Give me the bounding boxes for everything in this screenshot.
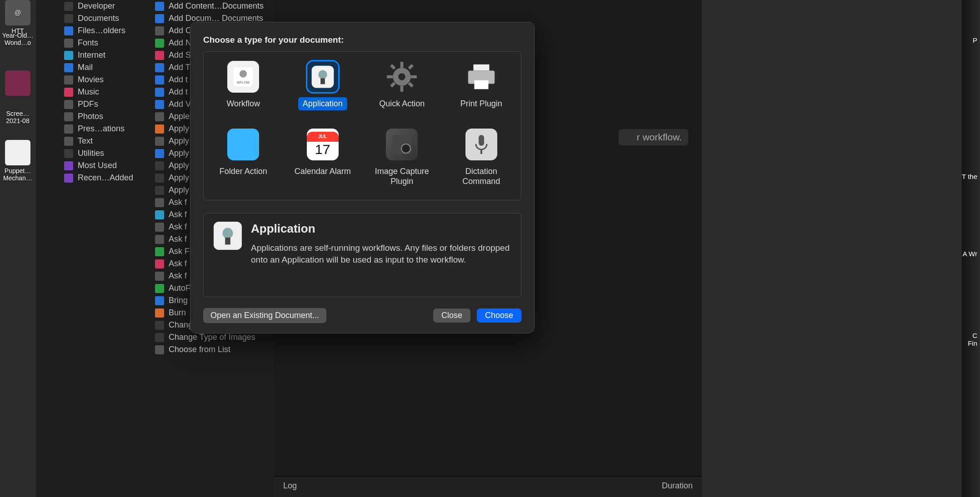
action-icon — [155, 88, 164, 97]
action-icon — [155, 137, 164, 146]
choose-button[interactable]: Choose — [477, 308, 521, 323]
type-folder-action[interactable]: Folder Action — [204, 125, 283, 192]
action-icon — [155, 198, 164, 207]
category-icon — [64, 26, 73, 35]
action-label: Add V — [169, 99, 191, 109]
category-row[interactable]: Movies — [60, 74, 151, 86]
svg-rect-13 — [408, 82, 414, 87]
category-row[interactable]: Developer — [60, 0, 151, 12]
svg-point-7 — [399, 73, 405, 80]
action-icon — [155, 39, 164, 48]
action-label: Ask f — [169, 198, 187, 207]
type-print-plugin[interactable]: Print Plugin — [442, 57, 521, 114]
desktop-file[interactable]: Scree… 2021-08 — [0, 110, 35, 124]
desktop-file[interactable]: @HTT — [0, 0, 35, 35]
category-row[interactable]: Internet — [60, 49, 151, 61]
svg-rect-11 — [411, 75, 417, 79]
svg-point-20 — [401, 144, 410, 153]
category-label: PDFs — [78, 99, 98, 109]
type-image-capture-plugin[interactable]: Image Capture Plugin — [362, 125, 442, 192]
desktop-file-label: Scree… 2021-08 — [0, 110, 35, 124]
library-category-list[interactable]: DeveloperDocumentsFiles…oldersFontsInter… — [60, 0, 151, 497]
desktop-file[interactable]: Year-Old…Wond…o — [0, 32, 35, 46]
category-icon — [64, 14, 73, 23]
action-icon — [155, 247, 164, 256]
action-label: Add C — [169, 26, 191, 35]
action-row[interactable]: Choose from List — [151, 343, 274, 356]
action-icon — [155, 223, 164, 232]
category-label: Photos — [78, 112, 103, 121]
action-label: Apply — [169, 149, 189, 158]
folder-icon — [227, 129, 259, 160]
action-label: Apply — [169, 161, 189, 170]
svg-rect-16 — [473, 65, 489, 71]
category-row[interactable]: PDFs — [60, 98, 151, 110]
category-icon — [64, 124, 73, 134]
action-row[interactable]: Add Content…Documents — [151, 0, 274, 12]
close-button[interactable]: Close — [433, 308, 470, 323]
action-icon — [155, 149, 164, 158]
svg-rect-14 — [408, 64, 414, 70]
category-row[interactable]: Files…olders — [60, 25, 151, 37]
action-icon — [155, 112, 164, 121]
desktop-file[interactable] — [0, 70, 35, 98]
desktop-file-label: T the — [962, 173, 980, 180]
category-row[interactable]: Pres…ations — [60, 123, 151, 135]
action-icon — [155, 235, 164, 244]
desktop-file-label: Year-Old…Wond…o — [0, 32, 35, 46]
type-label: Folder Action — [215, 165, 272, 178]
open-existing-button[interactable]: Open an Existing Document... — [203, 308, 326, 323]
action-label: Ask f — [169, 259, 187, 268]
type-label: Application — [298, 97, 347, 110]
action-icon — [155, 75, 164, 84]
action-icon — [155, 210, 164, 219]
svg-point-2 — [240, 70, 247, 77]
action-label: Apply — [169, 136, 189, 146]
category-icon — [64, 137, 73, 146]
document-type-grid: WFLOW Workflow Application Quick Action … — [203, 51, 521, 200]
svg-rect-18 — [474, 80, 488, 89]
action-icon — [155, 124, 164, 134]
action-label: Ask f — [169, 271, 187, 281]
category-row[interactable]: Utilities — [60, 147, 151, 159]
category-row[interactable]: Music — [60, 86, 151, 98]
dialog-title: Choose a type for your document: — [203, 35, 521, 45]
category-icon — [64, 100, 73, 109]
desktop-file-label: P — [973, 36, 980, 44]
category-row[interactable]: Fonts — [60, 37, 151, 49]
type-application[interactable]: Application — [283, 57, 363, 114]
action-label: Add N — [169, 38, 191, 48]
action-label: Add Content…Documents — [169, 1, 264, 11]
type-workflow[interactable]: WFLOW Workflow — [204, 57, 283, 114]
desktop-file-label: A Wr — [963, 250, 980, 258]
category-row[interactable]: Recen…Added — [60, 172, 151, 184]
desktop-right-strip: P T the A Wr C Fin — [962, 0, 980, 497]
svg-rect-9 — [400, 86, 404, 92]
action-label: Ask f — [169, 234, 187, 244]
action-icon — [155, 186, 164, 195]
action-icon — [155, 321, 164, 330]
calendar-icon: JUL 17 — [307, 129, 339, 160]
action-icon — [155, 272, 164, 281]
gear-icon — [386, 61, 418, 93]
category-row[interactable]: Mail — [60, 61, 151, 74]
desktop-file-label: Puppet… Mechan… — [0, 167, 35, 182]
description-heading: Application — [251, 222, 511, 236]
action-icon — [155, 51, 164, 60]
category-row[interactable]: Text — [60, 135, 151, 147]
dialog-footer: Open an Existing Document... Close Choos… — [203, 308, 521, 323]
action-label: Bring — [169, 296, 188, 305]
category-row[interactable]: Photos — [60, 110, 151, 123]
category-row[interactable]: Most Used — [60, 159, 151, 172]
category-label: Files…olders — [78, 26, 125, 35]
category-icon — [64, 39, 73, 48]
action-label: Apply — [169, 124, 189, 134]
category-row[interactable]: Documents — [60, 12, 151, 25]
svg-rect-5 — [320, 78, 325, 84]
desktop-file[interactable]: Puppet… Mechan… — [0, 140, 35, 182]
type-quick-action[interactable]: Quick Action — [362, 57, 442, 114]
type-calendar-alarm[interactable]: JUL 17 Calendar Alarm — [283, 125, 363, 192]
type-dictation-command[interactable]: Dictation Command — [442, 125, 521, 192]
svg-point-24 — [222, 228, 233, 238]
action-label: Choose from List — [169, 345, 230, 354]
